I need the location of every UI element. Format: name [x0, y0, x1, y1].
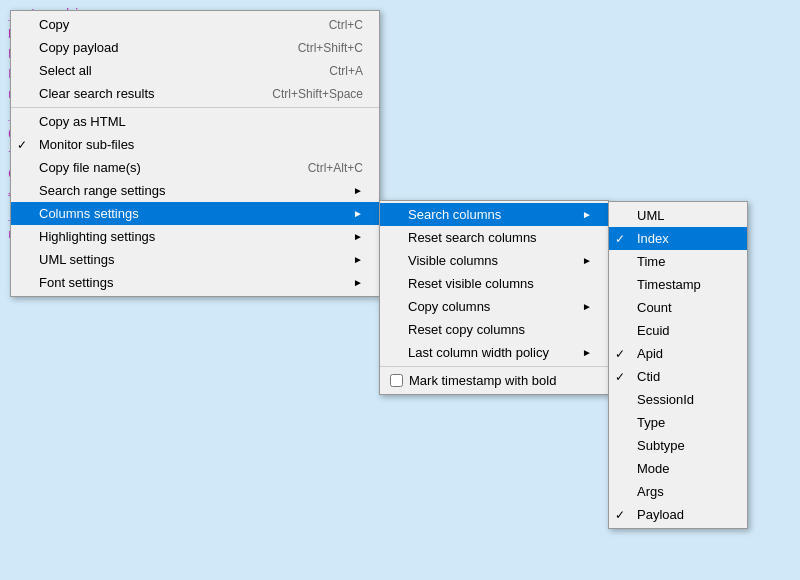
submenu-item-reset-copy-columns[interactable]: Reset copy columns — [380, 318, 608, 341]
col-mode-label: Mode — [637, 461, 670, 476]
submenu-item-mark-bold-label: Mark timestamp with bold — [409, 373, 556, 388]
col-uml-label: UML — [637, 208, 664, 223]
col-item-args[interactable]: Args — [609, 480, 747, 503]
menu-item-monitor-subfiles[interactable]: ✓ Monitor sub-files — [11, 133, 379, 156]
menu-separator-1 — [11, 107, 379, 108]
col-item-payload[interactable]: ✓ Payload — [609, 503, 747, 526]
col-sessionid-label: SessionId — [637, 392, 694, 407]
menu-item-highlighting-settings[interactable]: Highlighting settings ► — [11, 225, 379, 248]
col-type-label: Type — [637, 415, 665, 430]
menu-item-select-all-label: Select all — [39, 63, 92, 78]
menu-item-search-range-label: Search range settings — [39, 183, 165, 198]
menu-item-search-range[interactable]: Search range settings ► — [11, 179, 379, 202]
context-menu-level2: Search columns ► UML ✓ Index Time — [379, 200, 609, 395]
menu-item-highlighting-settings-label: Highlighting settings — [39, 229, 155, 244]
col-apid-checkbox: ✓ — [615, 347, 625, 361]
submenu-item-visible-columns-label: Visible columns — [408, 253, 498, 268]
menu-item-uml-settings-label: UML settings — [39, 252, 114, 267]
col-count-label: Count — [637, 300, 672, 315]
col-item-time[interactable]: Time — [609, 250, 747, 273]
submenu-item-visible-columns[interactable]: Visible columns ► — [380, 249, 608, 272]
mark-bold-checkbox[interactable] — [390, 374, 403, 387]
menu-item-copy-payload-shortcut: Ctrl+Shift+C — [298, 41, 363, 55]
submenu-item-mark-bold[interactable]: Mark timestamp with bold — [380, 369, 608, 392]
menu-item-clear-search-shortcut: Ctrl+Shift+Space — [272, 87, 363, 101]
menu-item-copy[interactable]: Copy Ctrl+C — [11, 13, 379, 36]
submenu-item-last-column-width-label: Last column width policy — [408, 345, 549, 360]
arrow-icon-search-columns: ► — [566, 209, 592, 220]
col-item-mode[interactable]: Mode — [609, 457, 747, 480]
menu-item-font-settings[interactable]: Font settings ► — [11, 271, 379, 294]
col-item-subtype[interactable]: Subtype — [609, 434, 747, 457]
menu-item-copy-html-label: Copy as HTML — [39, 114, 126, 129]
arrow-icon-font: ► — [353, 277, 363, 288]
submenu-item-search-columns-label: Search columns — [408, 207, 501, 222]
menu-item-copy-shortcut: Ctrl+C — [329, 18, 363, 32]
menu-item-select-all[interactable]: Select all Ctrl+A — [11, 59, 379, 82]
col-item-index[interactable]: ✓ Index — [609, 227, 747, 250]
menu-item-uml-settings[interactable]: UML settings ► — [11, 248, 379, 271]
col-apid-label: Apid — [637, 346, 663, 361]
arrow-icon-last-column: ► — [566, 347, 592, 358]
col-item-sessionid[interactable]: SessionId — [609, 388, 747, 411]
arrow-icon-uml: ► — [353, 254, 363, 265]
context-menu-level3: UML ✓ Index Time Timestamp — [608, 201, 748, 529]
col-index-label: Index — [637, 231, 669, 246]
menu-item-clear-search[interactable]: Clear search results Ctrl+Shift+Space — [11, 82, 379, 105]
submenu-item-copy-columns-label: Copy columns — [408, 299, 490, 314]
submenu-item-reset-visible-columns[interactable]: Reset visible columns — [380, 272, 608, 295]
arrow-icon-copy-columns: ► — [566, 301, 592, 312]
menu-item-clear-search-label: Clear search results — [39, 86, 155, 101]
menu-item-copy-filename[interactable]: Copy file name(s) Ctrl+Alt+C — [11, 156, 379, 179]
col-payload-label: Payload — [637, 507, 684, 522]
col-item-count[interactable]: Count — [609, 296, 747, 319]
submenu-item-search-columns[interactable]: Search columns ► UML ✓ Index Time — [380, 203, 608, 226]
menu-item-select-all-shortcut: Ctrl+A — [329, 64, 363, 78]
col-ctid-label: Ctid — [637, 369, 660, 384]
col-item-ctid[interactable]: ✓ Ctid — [609, 365, 747, 388]
col-args-label: Args — [637, 484, 664, 499]
col-item-uml[interactable]: UML — [609, 204, 747, 227]
arrow-icon-columns: ► — [353, 208, 363, 219]
col-ecuid-label: Ecuid — [637, 323, 670, 338]
arrow-icon-highlighting: ► — [353, 231, 363, 242]
menu-item-copy-label: Copy — [39, 17, 69, 32]
col-time-label: Time — [637, 254, 665, 269]
col-ctid-checkbox: ✓ — [615, 370, 625, 384]
menu-item-copy-payload[interactable]: Copy payload Ctrl+Shift+C — [11, 36, 379, 59]
context-menu-level1: Copy Ctrl+C Copy payload Ctrl+Shift+C Se… — [10, 10, 380, 297]
menu-item-columns-settings-label: Columns settings — [39, 206, 139, 221]
monitor-subfiles-checkbox: ✓ — [17, 138, 27, 152]
submenu-item-copy-columns[interactable]: Copy columns ► — [380, 295, 608, 318]
submenu-separator-1 — [380, 366, 608, 367]
submenu-item-reset-search-columns[interactable]: Reset search columns — [380, 226, 608, 249]
col-subtype-label: Subtype — [637, 438, 685, 453]
menu-item-monitor-subfiles-label: Monitor sub-files — [39, 137, 134, 152]
col-payload-checkbox: ✓ — [615, 508, 625, 522]
col-timestamp-label: Timestamp — [637, 277, 701, 292]
submenu-item-reset-copy-columns-label: Reset copy columns — [408, 322, 525, 337]
menu-item-copy-payload-label: Copy payload — [39, 40, 119, 55]
arrow-icon-search-range: ► — [353, 185, 363, 196]
col-item-apid[interactable]: ✓ Apid — [609, 342, 747, 365]
menu-item-copy-filename-shortcut: Ctrl+Alt+C — [308, 161, 363, 175]
submenu-item-reset-visible-columns-label: Reset visible columns — [408, 276, 534, 291]
menu-item-columns-settings[interactable]: Columns settings ► Search columns ► UML … — [11, 202, 379, 225]
submenu-item-last-column-width[interactable]: Last column width policy ► — [380, 341, 608, 364]
col-item-timestamp[interactable]: Timestamp — [609, 273, 747, 296]
arrow-icon-visible-columns: ► — [566, 255, 592, 266]
col-item-ecuid[interactable]: Ecuid — [609, 319, 747, 342]
menu-item-font-settings-label: Font settings — [39, 275, 113, 290]
col-item-type[interactable]: Type — [609, 411, 747, 434]
menu-item-copy-filename-label: Copy file name(s) — [39, 160, 141, 175]
col-index-checkbox: ✓ — [615, 232, 625, 246]
submenu-item-reset-search-columns-label: Reset search columns — [408, 230, 537, 245]
menu-item-copy-html[interactable]: Copy as HTML — [11, 110, 379, 133]
